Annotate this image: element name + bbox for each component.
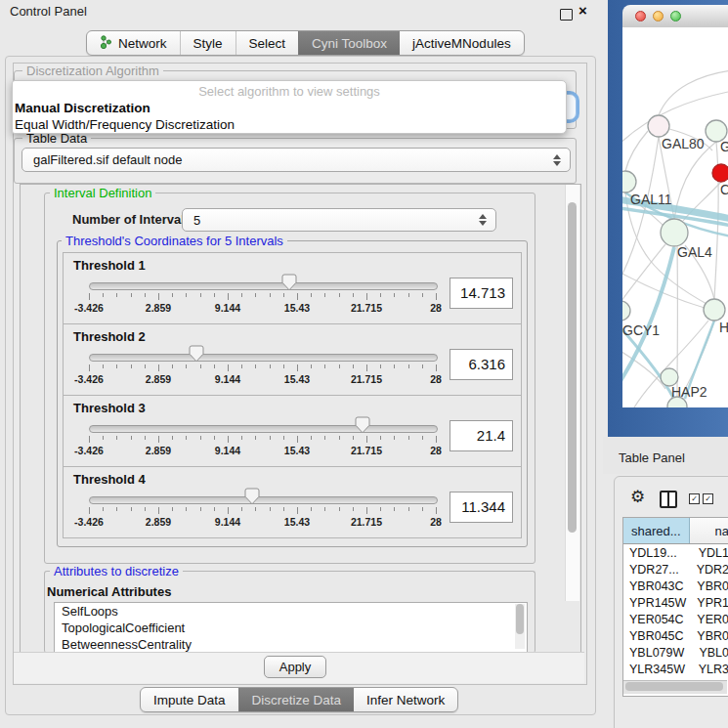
column-header-shared-name[interactable]: shared...: [623, 518, 690, 543]
network-view-canvas[interactable]: GAL80GACGAL11GAL4GCY1HHAP2: [622, 27, 728, 407]
slider-tick-label: 15.43: [268, 373, 326, 385]
tab-select[interactable]: Select: [236, 31, 299, 55]
table-data-combobox[interactable]: galFiltered.sif default node: [21, 148, 571, 172]
slider-tick: [311, 293, 312, 297]
slider-tick: [145, 507, 146, 511]
threshold-panel-4: Threshold 4-3.4262.8599.14415.4321.71528…: [63, 466, 522, 538]
cell-shared-name: YER054C: [623, 613, 691, 626]
slider-tick: [172, 436, 173, 440]
list-item-selfloops[interactable]: SelfLoops: [55, 603, 527, 620]
checkbox-icon[interactable]: ✓: [703, 493, 713, 504]
cell-name: YDL1: [693, 546, 728, 560]
list-item-topologicalcoefficient[interactable]: TopologicalCoefficient: [55, 620, 527, 636]
tab-jactivemnodules[interactable]: jActiveMNodules: [400, 31, 524, 55]
number-of-intervals-combobox[interactable]: 5: [182, 208, 496, 232]
table-row[interactable]: YDL19...YDL1: [623, 544, 728, 561]
cell-name: YER0: [691, 613, 728, 626]
network-node-gcy1[interactable]: [622, 301, 630, 321]
numerical-attributes-label: Numerical Attributes: [47, 584, 171, 599]
slider-track[interactable]: [89, 354, 438, 362]
slider-tick: [214, 507, 215, 511]
tab-style[interactable]: Style: [180, 31, 236, 55]
slider-thumb[interactable]: [355, 416, 370, 434]
zoom-traffic-light-icon[interactable]: [670, 11, 681, 21]
cell-name: YBR0: [691, 629, 728, 643]
table-row[interactable]: YER054CYER0: [623, 611, 728, 627]
threshold-value-field[interactable]: 21.4: [450, 420, 513, 451]
slider-tick: [380, 364, 381, 368]
table-row[interactable]: YLR345WYLR3: [623, 661, 728, 677]
column-header-name[interactable]: na: [690, 518, 728, 543]
tab-label: Style: [193, 36, 223, 51]
combobox-arrows-icon: [479, 214, 487, 226]
slider-tick-label: 9.144: [198, 373, 257, 385]
tab-discretize-data[interactable]: Discretize Data: [238, 688, 355, 711]
slider-thumb[interactable]: [189, 345, 204, 363]
slider-thumb[interactable]: [244, 488, 260, 505]
tab-impute-data[interactable]: Impute Data: [141, 688, 238, 711]
network-node-c[interactable]: [712, 164, 728, 182]
threshold-panel-1: Threshold 1-3.4262.8599.14415.4321.71528…: [63, 252, 522, 324]
network-node-gal11[interactable]: [622, 171, 636, 193]
tab-label: Impute Data: [153, 693, 226, 707]
slider-track[interactable]: [89, 425, 438, 433]
threshold-value-field[interactable]: 11.344: [450, 492, 513, 523]
slider-tick: [311, 364, 312, 368]
algorithm-dropdown-popup: Select algorithm to view settings Manual…: [12, 80, 567, 134]
slider-tick: [158, 293, 159, 300]
table-row[interactable]: YBR045CYBR0: [623, 627, 728, 644]
gear-icon[interactable]: ⚙: [630, 487, 645, 507]
vertical-scrollbar-thumb[interactable]: [568, 202, 577, 533]
node-label: H: [719, 320, 728, 335]
slider-tick-label: 9.144: [198, 516, 257, 528]
threshold-panel-2: Threshold 2-3.4262.8599.14415.4321.71528…: [63, 323, 522, 396]
cell-name: YDR2: [691, 563, 728, 577]
threshold-value-field[interactable]: 14.713: [450, 278, 513, 309]
cyni-mode-tabs: Impute DataDiscretize DataInfer Network: [140, 687, 458, 712]
table-row[interactable]: YBL079WYBL0: [623, 644, 728, 661]
network-node-gal80[interactable]: [648, 115, 669, 137]
network-node-h[interactable]: [704, 299, 725, 321]
table-row[interactable]: YBR043CYBR0: [623, 578, 728, 594]
close-traffic-light-icon[interactable]: [635, 11, 646, 21]
checkbox-icon[interactable]: ✓: [689, 493, 700, 504]
slider-tick: [394, 293, 395, 297]
apply-button[interactable]: Apply: [264, 656, 326, 678]
slider-tick: [311, 436, 312, 440]
algorithm-option-equal-width-frequency-discretization[interactable]: Equal Width/Frequency Discretization: [13, 116, 566, 133]
list-scrollbar-thumb[interactable]: [516, 604, 524, 634]
table-row[interactable]: YDR27...YDR2: [623, 561, 728, 578]
slider-tick: [311, 507, 312, 511]
slider-tick: [214, 364, 215, 368]
slider-tick: [228, 293, 229, 300]
tab-network[interactable]: Network: [87, 31, 180, 55]
tab-infer-network[interactable]: Infer Network: [354, 688, 457, 711]
network-window-titlebar[interactable]: [622, 5, 728, 28]
slider-tick: [422, 293, 423, 297]
network-graph: GAL80GACGAL11GAL4GCY1HHAP2: [622, 27, 728, 407]
threshold-value-field[interactable]: 6.316: [450, 349, 513, 380]
slider-tick: [145, 436, 146, 440]
slider-tick: [394, 364, 395, 368]
slider-tick-label: 2.859: [129, 302, 188, 314]
list-item-betweennesscentrality[interactable]: BetweennessCentrality: [55, 636, 527, 653]
split-columns-icon[interactable]: [660, 491, 677, 508]
slider-tick: [436, 293, 437, 300]
numerical-attributes-list[interactable]: SelfLoopsTopologicalCoefficientBetweenne…: [54, 602, 528, 653]
float-window-icon[interactable]: [560, 9, 573, 21]
slider-tick-label: 21.715: [337, 302, 396, 314]
slider-tick: [283, 436, 284, 440]
tab-cyni-toolbox[interactable]: Cyni Toolbox: [298, 31, 400, 55]
minimize-traffic-light-icon[interactable]: [653, 11, 664, 21]
close-icon[interactable]: ×: [578, 2, 587, 19]
slider-tick: [297, 364, 298, 371]
slider-track[interactable]: [89, 282, 438, 290]
horizontal-scrollbar-thumb[interactable]: [625, 682, 723, 691]
number-of-intervals-value: 5: [193, 213, 200, 228]
slider-track[interactable]: [89, 496, 438, 504]
network-node-gal4[interactable]: [661, 219, 688, 246]
slider-thumb[interactable]: [281, 274, 297, 291]
table-row[interactable]: YPR145WYPR1: [623, 594, 728, 611]
slider-tick-label: 2.859: [129, 373, 188, 385]
algorithm-option-manual-discretization[interactable]: Manual Discretization: [13, 100, 566, 116]
